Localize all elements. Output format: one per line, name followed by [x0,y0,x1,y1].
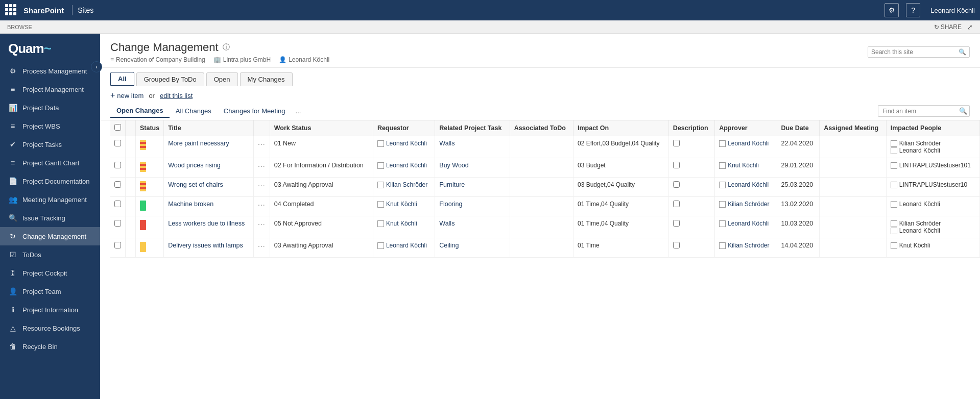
description-checkbox[interactable] [673,220,680,227]
description-checkbox[interactable] [673,181,680,188]
requestor-name[interactable]: Leonard Köchli [386,162,427,169]
sidebar-item-project-gantt[interactable]: ≡ Project Gantt Chart [0,154,100,172]
sidebar-item-project-tasks[interactable]: ✔ Project Tasks [0,135,100,154]
approver-checkbox[interactable] [719,162,726,169]
approver-name[interactable]: Knut Köchli [728,162,759,169]
requestor-name[interactable]: Leonard Köchli [386,140,427,147]
related-task-link[interactable]: Furniture [439,181,465,188]
sidebar-item-project-data[interactable]: 📊 Project Data [0,98,100,117]
impacted-checkbox[interactable] [891,162,897,169]
fullscreen-icon[interactable]: ⤢ [967,23,973,31]
impacted-checkbox[interactable] [891,228,897,234]
sidebar-item-resource-bookings[interactable]: △ Resource Bookings [0,319,100,337]
toolbar-search-box[interactable]: 🔍 [878,105,970,117]
row-title-link[interactable]: Wood prices rising [168,162,221,169]
toolbar-btn-open-changes[interactable]: Open Changes [110,104,170,118]
toolbar-btn-all-changes[interactable]: All Changes [170,105,218,117]
help-icon[interactable]: ? [906,3,920,17]
impacted-checkbox[interactable] [891,140,897,147]
description-checkbox[interactable] [673,201,680,207]
approver-name[interactable]: Leonard Köchli [728,140,769,147]
requestor-name[interactable]: Knut Köchli [386,201,417,208]
row-title-link[interactable]: Machine broken [168,201,213,208]
row-context-menu-button[interactable]: ··· [258,220,266,228]
row-checkbox[interactable] [114,162,121,168]
requestor-checkbox[interactable] [377,242,384,249]
share-refresh-button[interactable]: ↻ SHARE [934,23,962,31]
page-info-icon[interactable]: ⓘ [223,43,230,52]
sidebar-item-todos[interactable]: ☑ ToDos [0,245,100,264]
related-task-link[interactable]: Buy Wood [439,162,468,169]
sidebar-item-process-management[interactable]: ⚙ Process Management [0,62,100,80]
requestor-name[interactable]: Knut Köchli [386,220,417,227]
sidebar-item-project-management[interactable]: ≡ Project Management [0,80,100,98]
sidebar-item-change-management[interactable]: ↻ Change Management [0,227,100,245]
description-checkbox[interactable] [673,242,680,248]
row-context-menu-button[interactable]: ··· [258,162,266,170]
waffle-menu-icon[interactable] [5,4,17,16]
approver-name[interactable]: Kilian Schröder [728,201,769,208]
related-task-link[interactable]: Ceiling [439,242,459,249]
sidebar-item-recycle-bin[interactable]: 🗑 Recycle Bin [0,337,100,356]
row-title-link[interactable]: Delivery issues with lamps [168,242,243,249]
impacted-checkbox[interactable] [891,182,897,188]
row-checkbox[interactable] [114,181,121,188]
approver-checkbox[interactable] [719,140,726,147]
toolbar-btn-changes-for-meeting[interactable]: Changes for Meeting [218,105,292,117]
sidebar-collapse-button[interactable]: ‹ [91,61,100,72]
description-checkbox[interactable] [673,140,680,146]
row-context-menu-button[interactable]: ··· [258,201,266,209]
site-search-input[interactable] [871,48,959,56]
requestor-checkbox[interactable] [377,140,384,147]
sidebar-item-project-cockpit[interactable]: 🎛 Project Cockpit [0,264,100,282]
tab-grouped-by-todo[interactable]: Grouped By ToDo [136,72,204,86]
row-context-menu-button[interactable]: ··· [258,140,266,148]
sidebar-item-project-information[interactable]: ℹ Project Information [0,301,100,319]
related-task-link[interactable]: Walls [439,140,455,147]
approver-checkbox[interactable] [719,182,726,188]
impacted-checkbox[interactable] [891,147,897,154]
tab-all[interactable]: All [110,72,134,86]
approver-checkbox[interactable] [719,220,726,227]
sidebar-item-project-wbs[interactable]: ≡ Project WBS [0,117,100,135]
impacted-checkbox[interactable] [891,242,897,249]
requestor-checkbox[interactable] [377,201,384,208]
row-checkbox[interactable] [114,201,121,207]
row-context-menu-button[interactable]: ··· [258,242,266,250]
approver-checkbox[interactable] [719,242,726,249]
sidebar-item-project-documentation[interactable]: 📄 Project Documentation [0,172,100,190]
user-name[interactable]: Leonard Köchli [930,7,975,14]
requestor-checkbox[interactable] [377,220,384,227]
row-title-link[interactable]: Wrong set of chairs [168,181,223,188]
sidebar-item-meeting-management[interactable]: 👥 Meeting Management [0,190,100,209]
requestor-name[interactable]: Kilian Schröder [386,181,427,188]
toolbar-search-input[interactable] [882,108,959,115]
toolbar-more-button[interactable]: ... [292,105,305,117]
row-checkbox[interactable] [114,140,121,146]
approver-name[interactable]: Leonard Köchli [728,181,769,188]
new-item-link[interactable]: + new item [110,91,144,100]
row-title-link[interactable]: More paint necessary [168,140,229,147]
impacted-checkbox[interactable] [891,220,897,227]
row-context-menu-button[interactable]: ··· [258,181,266,189]
row-checkbox[interactable] [114,242,121,248]
sidebar-item-issue-tracking[interactable]: 🔍 Issue Tracking [0,209,100,227]
row-checkbox[interactable] [114,220,121,227]
tab-open[interactable]: Open [206,72,238,86]
related-task-link[interactable]: Walls [439,220,455,227]
impacted-checkbox[interactable] [891,201,897,208]
approver-name[interactable]: Leonard Köchli [728,220,769,227]
approver-name[interactable]: Kilian Schröder [728,242,769,249]
settings-icon[interactable]: ⚙ [885,3,899,17]
row-title-link[interactable]: Less workers due to illness [168,220,245,227]
tab-my-changes[interactable]: My Changes [240,72,293,86]
sidebar-item-project-team[interactable]: 👤 Project Team [0,282,100,301]
sites-label[interactable]: Sites [78,6,93,14]
requestor-checkbox[interactable] [377,182,384,188]
related-task-link[interactable]: Flooring [439,201,462,208]
description-checkbox[interactable] [673,162,680,168]
select-all-checkbox[interactable] [114,124,121,131]
edit-list-link[interactable]: edit this list [160,92,193,99]
approver-checkbox[interactable] [719,201,726,208]
requestor-name[interactable]: Leonard Köchli [386,242,427,249]
